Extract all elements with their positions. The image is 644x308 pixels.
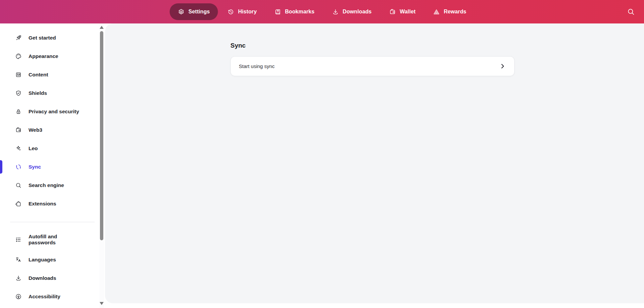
wallet-icon (15, 127, 22, 133)
sidebar-item-languages[interactable]: Languages (0, 252, 99, 267)
shield-check-icon (15, 90, 22, 97)
nav-label: History (238, 9, 257, 15)
download-icon (332, 8, 339, 15)
settings-sidebar: Get started Appearance Content (0, 23, 105, 308)
sidebar-item-label: Autofill and passwords (29, 234, 79, 246)
sidebar-item-label: Privacy and security (29, 109, 79, 115)
nav-label: Wallet (400, 9, 416, 15)
sidebar-item-get-started[interactable]: Get started (0, 30, 99, 45)
page-title: Sync (230, 42, 246, 49)
sidebar-item-label: Accessibility (29, 294, 60, 300)
start-using-sync-row[interactable]: Start using sync (230, 56, 515, 76)
sidebar-item-downloads[interactable]: Downloads (0, 271, 99, 286)
sidebar-item-label: Search engine (29, 182, 64, 188)
translate-icon (15, 256, 22, 263)
sidebar-item-label: Get started (29, 35, 56, 41)
nav-label: Rewards (444, 9, 466, 15)
settings-content-panel: Sync Start using sync (105, 23, 644, 303)
sidebar-item-label: Downloads (29, 275, 56, 281)
download-icon (15, 275, 22, 282)
puzzle-icon (15, 200, 22, 207)
nav-wallet[interactable]: Wallet (381, 3, 424, 20)
scroll-down-arrow-icon[interactable] (100, 302, 104, 305)
sparkle-icon (15, 145, 22, 152)
search-icon (15, 182, 22, 189)
nav-label: Downloads (343, 9, 372, 15)
sidebar-item-web3[interactable]: Web3 (0, 123, 99, 137)
gear-icon (178, 8, 185, 15)
nav-label: Bookmarks (285, 9, 314, 15)
sidebar-item-label: Languages (29, 257, 56, 263)
wallet-icon (389, 8, 396, 15)
checklist-icon (15, 236, 22, 243)
accessibility-icon (15, 293, 22, 300)
bookmarks-book-icon (274, 8, 281, 15)
sidebar-item-leo[interactable]: Leo (0, 141, 99, 156)
sidebar-item-label: Content (29, 72, 48, 78)
rocket-icon (15, 35, 22, 41)
sidebar-item-label: Shields (29, 90, 47, 96)
content-window-icon (15, 71, 22, 78)
nav-label: Settings (189, 9, 210, 15)
nav-settings[interactable]: Settings (170, 3, 218, 20)
nav-bookmarks[interactable]: Bookmarks (266, 3, 322, 20)
sidebar-scrollbar[interactable] (99, 23, 104, 308)
sidebar-item-sync[interactable]: Sync (0, 160, 99, 174)
sidebar-item-privacy-security[interactable]: Privacy and security (0, 104, 99, 119)
sidebar-item-shields[interactable]: Shields (0, 86, 99, 101)
sidebar-item-content[interactable]: Content (0, 67, 99, 82)
sidebar-item-label: Extensions (29, 201, 56, 207)
start-using-sync-label: Start using sync (239, 63, 275, 69)
history-clock-icon (227, 8, 234, 15)
top-nav-bar: Settings History Bookmarks (0, 0, 644, 23)
sidebar-item-extensions[interactable]: Extensions (0, 196, 99, 211)
bat-triangle-icon (433, 8, 440, 15)
active-indicator-bar (0, 160, 2, 174)
top-nav: Settings History Bookmarks (170, 0, 475, 23)
sidebar-item-label: Web3 (29, 127, 42, 133)
search-icon[interactable] (627, 8, 635, 16)
scroll-up-arrow-icon[interactable] (100, 26, 104, 29)
sidebar-item-label: Leo (29, 145, 38, 151)
sidebar-item-label: Sync (29, 164, 41, 170)
lock-icon (15, 108, 22, 115)
sidebar-item-accessibility[interactable]: Accessibility (0, 289, 99, 304)
sync-icon (15, 164, 22, 170)
sidebar-item-label: Appearance (29, 53, 58, 59)
sidebar-item-appearance[interactable]: Appearance (0, 49, 99, 64)
nav-rewards[interactable]: Rewards (425, 3, 474, 20)
palette-icon (15, 53, 22, 60)
nav-downloads[interactable]: Downloads (324, 3, 380, 20)
nav-history[interactable]: History (219, 3, 265, 20)
scrollbar-thumb[interactable] (100, 31, 103, 240)
chevron-right-icon (500, 63, 505, 69)
sidebar-item-autofill-passwords[interactable]: Autofill and passwords (0, 229, 99, 250)
sidebar-divider (10, 222, 95, 222)
sidebar-item-search-engine[interactable]: Search engine (0, 178, 99, 193)
